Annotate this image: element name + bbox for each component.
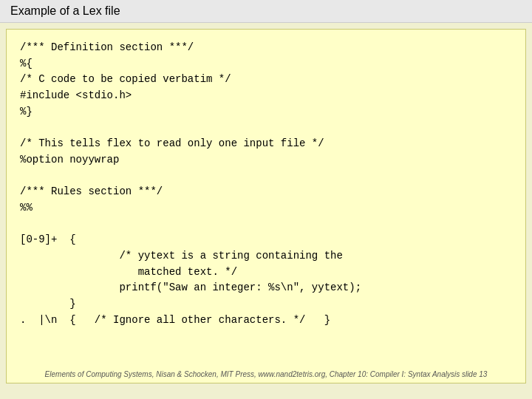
page-title: Example of a Lex file <box>10 4 120 17</box>
footer: Elements of Computing Systems, Nisan & S… <box>7 370 525 378</box>
code-block: /*** Definition section ***/ %{ /* C cod… <box>20 40 512 328</box>
title-bar: Example of a Lex file <box>0 0 532 23</box>
content-area: /*** Definition section ***/ %{ /* C cod… <box>6 29 526 383</box>
